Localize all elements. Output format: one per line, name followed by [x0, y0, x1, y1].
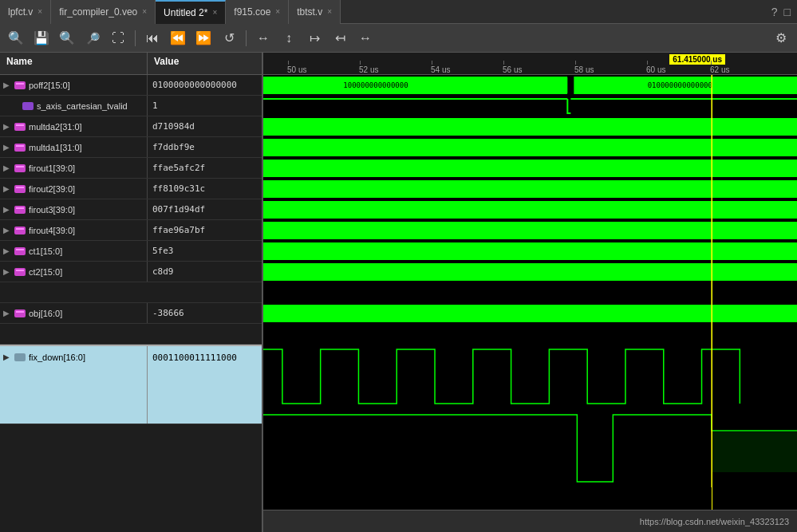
signal-row[interactable]: ▶ firout4[39:0] ffae96a7bf	[0, 220, 262, 241]
signal-value: 1	[148, 100, 163, 111]
signal-row[interactable]: ▶ firout2[39:0] ff8109c31c	[0, 179, 262, 199]
close-icon[interactable]: ×	[37, 7, 42, 16]
watermark: https://blog.csdn.net/weixin_43323123	[640, 517, 789, 526]
value-column-header: Value	[148, 53, 185, 74]
signal-name-cell: ▶ multda2[31:0]	[0, 116, 148, 136]
signal-row[interactable]: ▶ obj[16:0] -38666	[0, 303, 262, 324]
signal-row[interactable]: ▶ firout1[39:0] ffae5afc2f	[0, 158, 262, 179]
signal-value: 0001100011111000	[148, 346, 242, 363]
tab-label: lpfct.v	[8, 6, 33, 18]
signal-name-cell: ▶ ct1[15:0]	[0, 241, 148, 261]
signal-name: firout2[39:0]	[29, 184, 75, 194]
maximize-icon[interactable]: □	[784, 6, 791, 18]
title-bar: lpfct.v × fir_compiler_0.veo × Untitled …	[0, 0, 797, 24]
expand-arrow[interactable]: ▶	[3, 309, 11, 317]
signal-name-cell: ▶ ct2[15:0]	[0, 262, 148, 282]
expand-arrow[interactable]: ▶	[3, 353, 11, 361]
cursor-button[interactable]: ↔	[252, 27, 274, 49]
expand-arrow[interactable]: ▶	[3, 122, 11, 131]
prev-button[interactable]: ⏪	[167, 27, 189, 49]
signal-row[interactable]: ▶ ct2[15:0] c8d9	[0, 262, 262, 282]
bus-icon	[14, 227, 26, 234]
waveform-area[interactable]	[263, 75, 797, 510]
fit-button[interactable]: ⛶	[107, 27, 129, 49]
signal-value: ffae5afc2f	[148, 163, 210, 173]
signal-row[interactable]: ▶ multda1[31:0] f7ddbf9e	[0, 137, 262, 158]
bus-icon	[14, 164, 26, 172]
signal-row[interactable]: ▶ s_axis_cartesian_tvalid 1	[0, 96, 262, 116]
compare-button[interactable]: ↤	[329, 27, 351, 49]
signal-name-cell: ▶ firout2[39:0]	[0, 179, 148, 199]
signal-list[interactable]: ▶ poff2[15:0] 0100000000000000 ▶ s_axis_…	[0, 75, 262, 532]
expand-arrow[interactable]: ▶	[3, 143, 11, 152]
signal-row[interactable]: ▶ firout3[39:0] 007f1d94df	[0, 199, 262, 220]
bus-icon	[14, 206, 26, 214]
signal-name: ct2[15:0]	[29, 267, 62, 277]
tab-label: tbtst.v	[297, 6, 322, 18]
expand-arrow[interactable]: ▶	[3, 267, 11, 276]
tab-label: Untitled 2*	[164, 7, 207, 18]
signal-name: firout1[39:0]	[29, 164, 75, 173]
expand-arrow[interactable]: ▶	[3, 164, 11, 172]
close-icon[interactable]: ×	[142, 7, 147, 16]
signal-row[interactable]: ▶ poff2[15:0] 0100000000000000	[0, 75, 262, 96]
signal-name: multda1[31:0]	[29, 143, 82, 152]
tab-untitled[interactable]: Untitled 2* ×	[156, 0, 226, 24]
signal-name: firout3[39:0]	[29, 205, 75, 215]
selected-signal-row[interactable]: ▶ fix_down[16:0] 0001100011111000	[0, 345, 262, 424]
signal-value: d710984d	[148, 121, 199, 132]
zoom-fit-button[interactable]: 🔍	[5, 27, 27, 49]
tab-lpfct[interactable]: lpfct.v ×	[0, 0, 51, 24]
signal-value: c8d9	[148, 266, 179, 277]
tab-tbtst[interactable]: tbtst.v ×	[289, 0, 341, 24]
bus-icon	[14, 309, 26, 317]
signal-row[interactable]: ▶ ct1[15:0] 5fe3	[0, 241, 262, 262]
wire-icon	[22, 102, 34, 110]
minimize-icon[interactable]: ?	[771, 6, 778, 18]
main-container: Name Value ▶ poff2[15:0] 010000000000000…	[0, 53, 797, 532]
close-icon[interactable]: ×	[275, 7, 280, 16]
expand-arrow[interactable]: ▶	[3, 184, 11, 193]
bus-icon	[14, 185, 26, 193]
signal-name: multda2[31:0]	[29, 122, 82, 132]
go-start-button[interactable]: ⏮	[141, 27, 164, 49]
marker-button[interactable]: ↕	[278, 27, 300, 49]
signal-name-cell: ▶ multda1[31:0]	[0, 137, 148, 157]
separator2	[246, 30, 247, 46]
time-tick-62: 62 us	[710, 65, 729, 74]
separator	[135, 30, 136, 46]
zoom-out-button[interactable]: 🔎	[81, 27, 104, 49]
signal-value: 0100000000000000	[148, 80, 242, 90]
zoom-in-button[interactable]: 🔍	[56, 27, 78, 49]
signal-name-cell: ▶ obj[16:0]	[0, 303, 148, 323]
signal-name: poff2[15:0]	[29, 81, 70, 90]
signal-value: ffae96a7bf	[148, 225, 210, 235]
tab-label: f915.coe	[234, 6, 270, 18]
tab-fir[interactable]: fir_compiler_0.veo ×	[51, 0, 156, 24]
signal-row[interactable]: ▶ multda2[31:0] d710984d	[0, 116, 262, 137]
close-icon[interactable]: ×	[327, 7, 332, 16]
next-button[interactable]: ⏩	[192, 27, 215, 49]
expand-arrow[interactable]: ▶	[3, 246, 11, 255]
signal-name-cell: ▶ poff2[15:0]	[0, 75, 148, 95]
close-icon[interactable]: ×	[212, 8, 217, 17]
go-end-button[interactable]: ↺	[218, 27, 240, 49]
waveform-canvas[interactable]	[263, 75, 797, 510]
bottom-bar: https://blog.csdn.net/weixin_43323123	[263, 510, 797, 532]
bus-icon	[14, 247, 26, 255]
time-tick-60: 60 us	[646, 65, 665, 74]
scroll-button[interactable]: ↔	[354, 27, 377, 49]
cursor-time-label: 61.415000 us	[669, 54, 725, 65]
time-tick-52: 52 us	[359, 65, 378, 74]
expand-arrow[interactable]: ▶	[3, 205, 11, 214]
cursor-line	[712, 75, 712, 510]
settings-button[interactable]: ⚙	[770, 27, 792, 49]
right-panel[interactable]: 61.415000 us 50 us 52 us 54 us 56 us 58 …	[263, 53, 797, 532]
expand-arrow[interactable]: ▶	[3, 81, 11, 89]
panel-header: Name Value	[0, 53, 262, 75]
wave-button[interactable]: ↦	[303, 27, 326, 49]
save-button[interactable]: 💾	[30, 27, 53, 49]
tab-f915[interactable]: f915.coe ×	[226, 0, 289, 24]
tab-label: fir_compiler_0.veo	[59, 6, 137, 18]
expand-arrow[interactable]: ▶	[3, 226, 11, 234]
